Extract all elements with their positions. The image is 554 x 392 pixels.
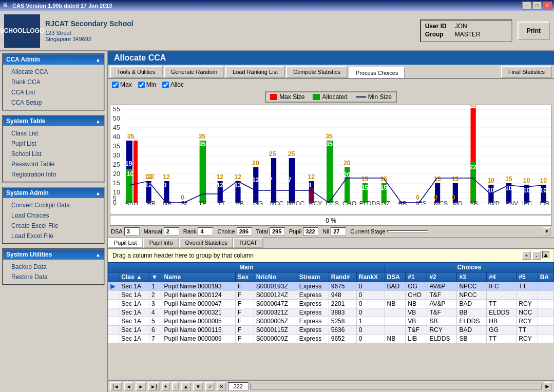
sidebar-header-system-table[interactable]: System Table ▲ — [3, 116, 104, 126]
row-c3: ELDDS — [457, 317, 487, 326]
sidebar-item-class-list[interactable]: Class List — [3, 128, 104, 139]
col-header-c1[interactable]: #1 — [406, 272, 427, 282]
sidebar-item-load-choices[interactable]: Load Choices — [3, 210, 104, 221]
svg-text:IFC: IFC — [522, 200, 532, 205]
nav-add-button[interactable]: + — [162, 382, 170, 391]
col-header-name[interactable]: Name — [162, 272, 235, 282]
svg-text:15: 15 — [452, 175, 459, 183]
sidebar-header-system-admin[interactable]: System Admin ▲ — [3, 188, 104, 198]
nav-first-button[interactable]: |◄ — [110, 382, 122, 391]
horizontal-scrollbar[interactable] — [251, 383, 542, 390]
table-row[interactable]: Sec 1A 2 Pupil Name 0000124 F S0000124Z … — [108, 291, 554, 300]
sidebar-header-cca-admin[interactable]: CCA Admin ▲ — [3, 54, 104, 65]
svg-text:25: 25 — [288, 150, 295, 158]
sidebar-item-pupil-list[interactable]: Pupil List — [3, 139, 104, 149]
sidebar-item-create-excel[interactable]: Create Excel File — [3, 221, 104, 231]
sidebar-item-registration-info[interactable]: Registration Info — [3, 169, 104, 180]
sidebar-item-cca-setup[interactable]: CCA Setup — [3, 97, 104, 108]
sidebar-item-cca-list[interactable]: CCA List — [3, 87, 104, 97]
maximize-button[interactable]: □ — [532, 2, 542, 10]
col-header-ba[interactable]: BA — [538, 272, 553, 282]
sidebar-item-password-table[interactable]: Password Table — [3, 159, 104, 169]
row-c4: TT — [487, 300, 517, 308]
sidebar-item-rank-cca[interactable]: Rank CCA — [3, 77, 104, 87]
tab-overall-statistics[interactable]: Overall Statistics — [179, 238, 234, 248]
nav-next-button[interactable]: ► — [136, 382, 146, 391]
row-c5 — [517, 291, 538, 300]
legend-box: Max Size Allocated Min Size — [265, 91, 397, 103]
svg-text:RCY: RCY — [309, 200, 322, 205]
max-checkbox[interactable] — [112, 82, 119, 88]
minimize-button[interactable]: – — [522, 2, 531, 10]
col-header-c3[interactable]: #3 — [457, 272, 487, 282]
checkbox-max[interactable]: Max — [112, 81, 132, 88]
col-header-c5[interactable]: #5 — [517, 272, 538, 282]
col-header-num[interactable]: ▼ — [149, 272, 162, 282]
stats-choice-value: 286 — [237, 227, 252, 236]
col-header-sex[interactable]: Sex — [235, 272, 254, 282]
svg-text:45: 45 — [113, 124, 120, 131]
col-header-stream[interactable]: Stream — [297, 272, 329, 282]
col-header-nric[interactable]: NricNo — [254, 272, 297, 282]
row-dsa: NB — [385, 300, 406, 308]
col-header-rankx[interactable]: RankX — [356, 272, 385, 282]
remove-group-button[interactable]: - — [532, 251, 541, 260]
row-num: 3 — [149, 300, 162, 308]
inner-tabs: Pupil List Pupil Info Overall Statistics… — [108, 238, 554, 249]
nav-up-button[interactable]: ▲ — [181, 382, 191, 391]
nav-down-button[interactable]: ▼ — [193, 382, 203, 391]
tab-pupil-info[interactable]: Pupil Info — [143, 238, 179, 248]
checkbox-min[interactable]: Min — [138, 81, 156, 88]
tab-generate-random[interactable]: Generate Random — [164, 66, 225, 78]
nav-edit-button[interactable]: ✓ — [205, 382, 215, 391]
checkbox-alloc[interactable]: Alloc — [162, 81, 184, 88]
sidebar-item-allocate-cca[interactable]: Allocate CCA — [3, 67, 104, 77]
collapse-icon-cca: ▲ — [95, 57, 101, 63]
row-name: Pupil Name 0000193 — [162, 282, 235, 291]
row-stream: Express — [297, 291, 329, 300]
table-row[interactable]: Sec 1A 6 Pupil Name 0000115 F S0000115Z … — [108, 326, 554, 335]
row-num: 7 — [149, 335, 162, 343]
stats-manual-value: 2 — [164, 227, 179, 236]
sidebar-header-system-utilities[interactable]: System Utilities ▲ — [3, 249, 104, 260]
col-header-c4[interactable]: #4 — [487, 272, 517, 282]
tab-compute-statistics[interactable]: Compute Statistics — [286, 66, 348, 78]
nav-delete-button[interactable]: - — [172, 382, 179, 391]
row-arrow — [108, 300, 119, 308]
print-button[interactable]: Print — [518, 22, 550, 40]
tab-load-ranking-list[interactable]: Load Ranking List — [225, 66, 285, 78]
table-row[interactable]: ▶ Sec 1A 1 Pupil Name 0000193 F S0000193… — [108, 282, 554, 291]
final-statistics-button[interactable]: Final Statistics — [501, 66, 552, 78]
sidebar-item-restore-data[interactable]: Restore Data — [3, 272, 104, 282]
table-row[interactable]: Sec 1A 5 Pupil Name 0000005 F S0000005Z … — [108, 317, 554, 326]
alloc-checkbox[interactable] — [162, 82, 169, 88]
sidebar-item-backup-data[interactable]: Backup Data — [3, 262, 104, 272]
sidebar-item-school-list[interactable]: School List — [3, 149, 104, 159]
col-header-class[interactable]: Clas ▲ — [119, 272, 149, 282]
nav-last-button[interactable]: ►| — [148, 382, 160, 391]
close-button[interactable]: ✕ — [543, 2, 552, 10]
table-row[interactable]: Sec 1A 3 Pupil Name 0000047 F S0000047Z … — [108, 300, 554, 308]
add-group-button[interactable]: + — [522, 251, 531, 260]
table-row[interactable]: Sec 1A 4 Pupil Name 0000321 F S0000321Z … — [108, 308, 554, 317]
col-header-dsa[interactable]: DSA — [385, 272, 406, 282]
table-container[interactable]: Main Choices Clas ▲ ▼ Name Sex NricNo St… — [108, 262, 554, 380]
scroll-right-button[interactable]: ► — [544, 382, 552, 390]
scroll-up-button[interactable]: ▲ — [542, 251, 549, 258]
tab-pupil-list[interactable]: Pupil List — [108, 238, 143, 248]
tab-process-choices[interactable]: Process Choices — [349, 67, 406, 78]
nav-cancel-button[interactable]: ✕ — [217, 382, 226, 391]
svg-text:15: 15 — [361, 175, 369, 183]
col-header-c2[interactable]: #2 — [427, 272, 457, 282]
tab-rjcat[interactable]: RJCAT — [233, 238, 263, 248]
sidebar-item-convert-cockpit[interactable]: Convert Cockpit Data — [3, 200, 104, 210]
tab-tools-utilities[interactable]: Tools & Utilities — [110, 66, 163, 78]
svg-text:0: 0 — [163, 182, 166, 189]
expand-collapse-icon[interactable]: ▼ — [543, 227, 551, 236]
sidebar-item-load-excel[interactable]: Load Excel File — [3, 231, 104, 241]
row-rankx: 0 — [356, 308, 385, 317]
nav-prev-button[interactable]: ◄ — [124, 382, 134, 391]
min-checkbox[interactable] — [138, 82, 145, 88]
table-row[interactable]: Sec 1A 7 Pupil Name 0000009 F S0000009Z … — [108, 335, 554, 343]
col-header-rand[interactable]: Rand# — [329, 272, 356, 282]
